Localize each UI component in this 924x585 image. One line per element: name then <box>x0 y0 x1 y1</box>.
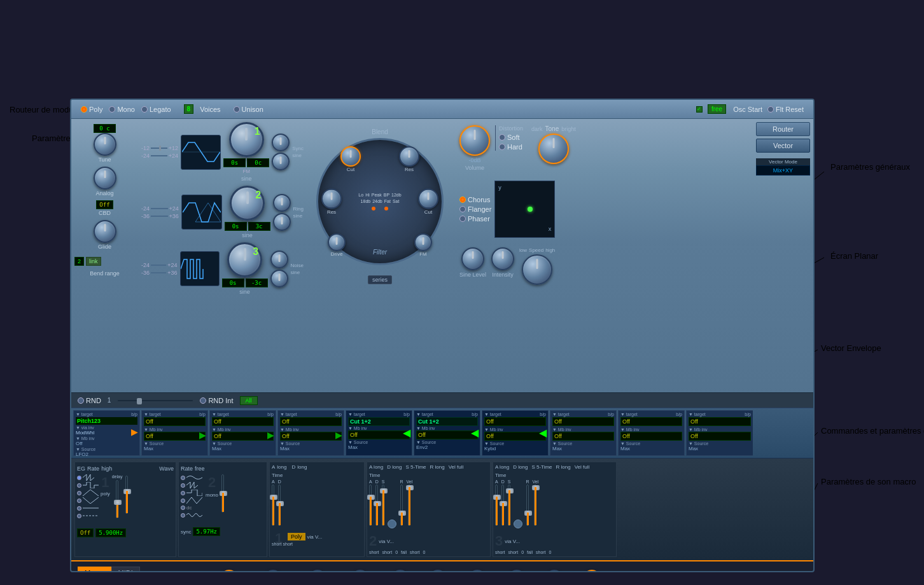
mod-slot-3-source[interactable]: Max <box>212 446 274 451</box>
mod-slot-3-via-val[interactable]: Off <box>212 432 274 441</box>
link-badge[interactable]: link <box>86 257 101 266</box>
osc1-cents[interactable]: 0c <box>247 158 269 167</box>
filter-fm-knob[interactable] <box>414 233 432 251</box>
osc2-tune-knob[interactable] <box>273 194 291 212</box>
mod-slot-7-value[interactable]: Off <box>484 417 546 426</box>
router-button[interactable]: Router <box>756 122 810 136</box>
macro-dec-knob[interactable] <box>468 570 486 573</box>
filter2-res-knob[interactable] <box>399 146 419 167</box>
volume-knob[interactable] <box>459 125 490 156</box>
filter1-res-knob[interactable] <box>321 189 342 209</box>
env2-s-slider[interactable]: S <box>382 479 385 530</box>
mod-slot-1-source[interactable]: LFO2 <box>76 451 137 457</box>
mod-slot-2-via-val[interactable]: Off <box>144 432 206 441</box>
osc2-cents[interactable]: 3c <box>248 222 270 231</box>
filter1-cut-knob[interactable] <box>340 146 361 167</box>
sine-level-knob[interactable] <box>461 247 484 270</box>
analog-knob[interactable] <box>94 167 116 189</box>
mod-slot-7-via-val[interactable]: Off <box>484 432 546 441</box>
lfo1-off[interactable]: Off <box>77 528 94 537</box>
tune-knob[interactable] <box>94 133 116 156</box>
unison-radio[interactable]: Unison <box>234 106 263 113</box>
macro-reso-knob[interactable] <box>351 570 369 573</box>
osc3-mod-knob[interactable] <box>270 270 288 287</box>
env3-s-slider[interactable]: S <box>508 479 511 530</box>
vector-button[interactable]: Vector <box>756 139 810 153</box>
env2-loop-knob[interactable] <box>388 520 396 528</box>
mod-slot-3-value[interactable]: Off <box>212 417 274 426</box>
osc1-time[interactable]: 0s <box>223 158 246 167</box>
osc3-knob[interactable]: 3 <box>227 242 262 277</box>
cbd-display[interactable]: Off <box>96 200 113 209</box>
all-badge[interactable]: All <box>240 396 258 405</box>
env3-d-slider[interactable]: D <box>501 479 505 530</box>
intensity-knob[interactable] <box>491 247 514 270</box>
flt-reset-radio[interactable]: Flt Reset <box>767 106 804 113</box>
mod-slot-6-source[interactable]: Env2 <box>416 444 478 450</box>
mod-slot-1-target[interactable]: Pitch123 <box>76 417 137 425</box>
env3-vel-slider[interactable]: Vel <box>532 479 538 530</box>
osc2-mod-knob[interactable] <box>273 213 291 231</box>
macro-vol-knob[interactable] <box>583 570 601 573</box>
osc1-mod-knob[interactable] <box>272 153 290 170</box>
soft-radio[interactable]: Soft <box>499 134 523 141</box>
osc1-tune-knob[interactable] <box>272 134 290 151</box>
speed-knob[interactable] <box>522 254 552 285</box>
lfo1-rate-slider[interactable] <box>125 474 128 525</box>
env2-d-slider[interactable]: D <box>375 479 379 530</box>
filter-drive-knob[interactable] <box>328 233 346 251</box>
mod-slot-5-via-val[interactable]: Off <box>348 430 410 439</box>
phaser-radio[interactable]: Phaser <box>459 215 491 223</box>
env1-a-slider[interactable]: A <box>272 479 275 530</box>
hard-radio[interactable]: Hard <box>499 143 523 151</box>
lfo1-delay-slider[interactable]: delay <box>112 474 123 525</box>
rnd-radio[interactable]: RND <box>78 397 101 404</box>
midi-tab[interactable]: MIDI <box>111 567 140 572</box>
macro-sus-knob[interactable] <box>508 570 526 573</box>
macro-atk-knob[interactable] <box>429 570 447 573</box>
env3-r-slider[interactable]: R <box>526 479 529 530</box>
mod-slot-1-value[interactable]: Off <box>76 441 137 446</box>
env3-a-slider[interactable]: A <box>495 479 498 530</box>
macro-cutoff-knob[interactable] <box>309 570 326 573</box>
tune-display[interactable]: 0 c <box>94 124 116 133</box>
mod-slot-2-value[interactable]: Off <box>144 417 206 426</box>
voices-badge[interactable]: 8 <box>184 104 194 114</box>
env1-d-slider[interactable]: D <box>278 479 281 530</box>
mod-slot-2-source[interactable]: Max <box>144 446 206 451</box>
macro-rel-knob[interactable] <box>545 570 563 573</box>
env2-vel-slider[interactable]: Vel <box>406 479 412 530</box>
macro-tab[interactable]: Macro <box>78 567 111 572</box>
mono-radio[interactable]: Mono <box>109 106 135 113</box>
mod-slot-4-value[interactable]: Off <box>280 417 342 426</box>
mod-slot-7-source[interactable]: Kybd <box>484 446 546 451</box>
mod-slot-1-via[interactable]: ModWhl <box>76 430 137 436</box>
osc3-cents[interactable]: -3c <box>246 279 268 287</box>
lfo2-rate-slider[interactable] <box>221 474 224 525</box>
tone-knob[interactable] <box>538 134 569 164</box>
env1-poly-badge[interactable]: Poly <box>288 533 305 540</box>
osc3-tune-knob[interactable] <box>270 251 288 268</box>
osc1-knob[interactable]: 1 <box>229 122 264 157</box>
rnd-slider[interactable] <box>117 399 193 402</box>
rnd-int-radio[interactable]: RND Int <box>200 397 233 404</box>
filter2-cut-knob[interactable] <box>418 189 438 209</box>
glide-knob[interactable] <box>94 220 116 243</box>
osc2-knob[interactable]: 2 <box>230 186 265 221</box>
osc3-time[interactable]: 0s <box>222 279 244 287</box>
macro-wave-knob[interactable] <box>264 570 282 573</box>
macro-detune-knob[interactable] <box>220 570 238 573</box>
poly-radio[interactable]: Poly <box>81 106 102 113</box>
flanger-radio[interactable]: Flanger <box>459 205 491 213</box>
mod-slot-4-via-val[interactable]: Off <box>280 432 342 441</box>
vector-mode-value[interactable]: Mix+XY <box>756 165 810 176</box>
legato-radio[interactable]: Legato <box>141 106 171 113</box>
env2-a-slider[interactable]: A <box>369 479 372 530</box>
chorus-radio[interactable]: Chorus <box>459 196 491 203</box>
mod-slot-6-target[interactable]: Cut 1+2 <box>416 417 478 426</box>
bend-value[interactable]: 2 <box>74 257 84 266</box>
mod-slot-5-source[interactable]: Max <box>348 444 410 450</box>
env2-r-slider[interactable]: R <box>400 479 403 530</box>
osc2-time[interactable]: 0s <box>225 222 247 231</box>
planar-cursor[interactable] <box>528 207 533 212</box>
